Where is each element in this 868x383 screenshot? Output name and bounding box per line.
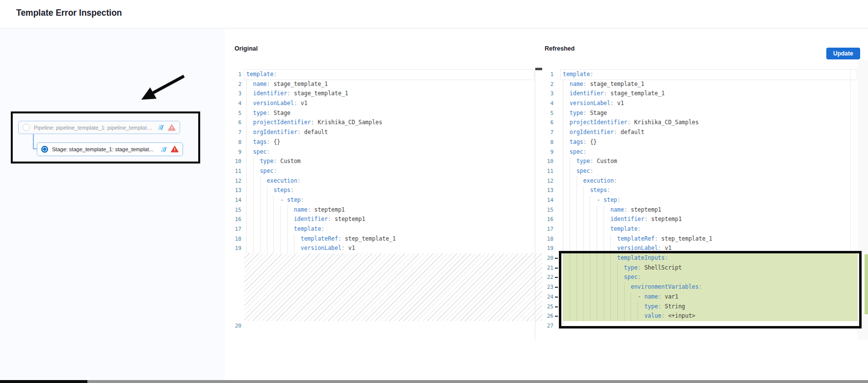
line-number: 22 xyxy=(542,273,553,282)
line-number: 4 xyxy=(230,99,241,109)
code-line[interactable]: 16identifier: steptemp1 xyxy=(230,215,534,224)
indent-guides xyxy=(246,166,260,176)
code-line[interactable]: 4versionLabel: v1 xyxy=(230,99,534,109)
code-line[interactable]: 1template: xyxy=(230,70,534,80)
radio-selected[interactable] xyxy=(41,146,48,153)
indent-guides xyxy=(246,99,253,109)
code-text: name: steptemp1 xyxy=(246,205,345,215)
line-number: 14 xyxy=(542,195,553,205)
code-line[interactable]: 12execution: xyxy=(542,176,866,186)
code-line[interactable]: 10type: Custom xyxy=(230,157,534,166)
line-number: 5 xyxy=(230,109,241,118)
code-line[interactable]: 15name: steptemp1 xyxy=(230,205,534,215)
line-number: 17 xyxy=(542,224,553,234)
code-line[interactable]: 14- step: xyxy=(542,195,866,205)
code-line[interactable]: 18templateRef: step_template_1 xyxy=(230,234,534,244)
code-text: identifier: steptemp1 xyxy=(563,215,682,224)
tree-node-label: Stage: stage_template_1: stage_templat..… xyxy=(52,146,157,152)
code-line[interactable]: 13steps: xyxy=(542,186,866,195)
code-line[interactable]: 6projectIdentifier: Krishika_CD_Samples xyxy=(230,118,534,128)
indent-guides xyxy=(563,176,583,186)
code-text: - step: xyxy=(563,195,621,205)
indent-guides xyxy=(563,137,570,147)
indent-guides xyxy=(246,137,253,147)
code-line[interactable]: 20 xyxy=(230,321,534,331)
code-line[interactable]: 2name: stage_template_1 xyxy=(542,80,866,89)
code-line[interactable]: 14- step: xyxy=(230,195,534,205)
code-line[interactable]: 17template: xyxy=(230,224,534,234)
code-text: name: stage_template_1 xyxy=(246,80,328,89)
code-line[interactable]: 1template: xyxy=(542,70,866,80)
code-line[interactable]: 18templateRef: step_template_1 xyxy=(542,234,866,244)
line-number: 16 xyxy=(542,215,553,224)
code-text: type: Stage xyxy=(563,109,607,118)
line-number: 15 xyxy=(542,205,553,215)
indent-guides xyxy=(563,224,610,234)
line-number: 8 xyxy=(230,137,241,147)
line-number: 27 xyxy=(542,321,553,331)
code-text: identifier: stage_template_1 xyxy=(563,89,665,99)
code-line[interactable]: 2name: stage_template_1 xyxy=(230,80,534,89)
indent-guides xyxy=(246,215,294,224)
code-line[interactable]: 4versionLabel: v1 xyxy=(542,99,866,109)
code-line[interactable]: 11spec: xyxy=(542,166,866,176)
annotation-arrow xyxy=(118,61,206,106)
code-line[interactable]: 3identifier: stage_template_1 xyxy=(542,89,866,99)
line-number: 15 xyxy=(230,205,241,215)
code-line[interactable]: 8tags: {} xyxy=(542,137,866,147)
code-line[interactable]: 11spec: xyxy=(230,166,534,176)
code-line[interactable]: 6projectIdentifier: Krishika_CD_Samples xyxy=(542,118,866,128)
code-line[interactable]: 15name: steptemp1 xyxy=(542,205,866,215)
code-line[interactable]: 19versionLabel: v1 xyxy=(230,244,534,253)
code-line[interactable]: 7orgIdentifier: default xyxy=(230,128,534,137)
line-number: 2 xyxy=(230,80,241,89)
code-line[interactable]: 8tags: {} xyxy=(230,137,534,147)
line-number: 11 xyxy=(542,166,553,176)
template-icon xyxy=(158,124,164,131)
indent-guides xyxy=(563,205,610,215)
update-button[interactable]: Update xyxy=(826,48,860,59)
code-line[interactable]: 7orgIdentifier: default xyxy=(542,128,866,137)
code-line[interactable]: 9spec: xyxy=(230,147,534,157)
indent-guides xyxy=(563,195,597,205)
indent-guides xyxy=(563,109,570,118)
line-number: 1 xyxy=(542,70,553,80)
line-number: 18 xyxy=(542,234,553,244)
line-number: 5 xyxy=(542,109,553,118)
code-line[interactable]: 3identifier: stage_template_1 xyxy=(230,89,534,99)
tree-node-pipeline[interactable]: Pipeline: pipeline_template_1: pipeline_… xyxy=(18,121,180,134)
warning-icon xyxy=(171,146,179,153)
indent-guides xyxy=(246,109,253,118)
code-line[interactable]: 16identifier: steptemp1 xyxy=(542,215,866,224)
line-number: 21 xyxy=(542,263,553,273)
line-number: 19 xyxy=(542,244,553,253)
refreshed-panel-title: Refreshed xyxy=(545,45,575,52)
code-line[interactable]: 17template: xyxy=(542,224,866,234)
radio-unselected[interactable] xyxy=(23,124,30,131)
code-text: steps: xyxy=(246,186,294,195)
warning-icon xyxy=(168,124,176,131)
tree-node-stage[interactable]: Stage: stage_template_1: stage_templat..… xyxy=(37,142,183,156)
indent-guides xyxy=(563,118,570,128)
indent-guides xyxy=(246,195,280,205)
code-line[interactable]: 13steps: xyxy=(230,186,534,195)
original-code-editor[interactable]: 1template:2name: stage_template_13identi… xyxy=(230,70,534,331)
line-number: 23 xyxy=(542,282,553,292)
code-text: name: steptemp1 xyxy=(563,205,661,215)
line-number: 12 xyxy=(230,176,241,186)
indent-guides xyxy=(246,186,273,195)
code-text: templateRef: step_template_1 xyxy=(563,234,712,244)
code-line[interactable]: 5type: Stage xyxy=(542,109,866,118)
code-line[interactable]: 12execution: xyxy=(230,176,534,186)
tree-connector xyxy=(33,134,34,149)
line-number: 26 xyxy=(542,311,553,321)
code-text: template: xyxy=(246,70,277,80)
horizontal-scrollbar-thumb[interactable] xyxy=(0,380,87,383)
line-number: 6 xyxy=(542,118,553,128)
indent-guides xyxy=(563,166,577,176)
horizontal-scrollbar-track[interactable] xyxy=(0,380,868,383)
code-line[interactable]: 5type: Stage xyxy=(230,109,534,118)
code-line[interactable]: 9spec: xyxy=(542,147,866,157)
code-line[interactable]: 10type: Custom xyxy=(542,157,866,166)
diff-editor-sash[interactable] xyxy=(535,68,535,340)
